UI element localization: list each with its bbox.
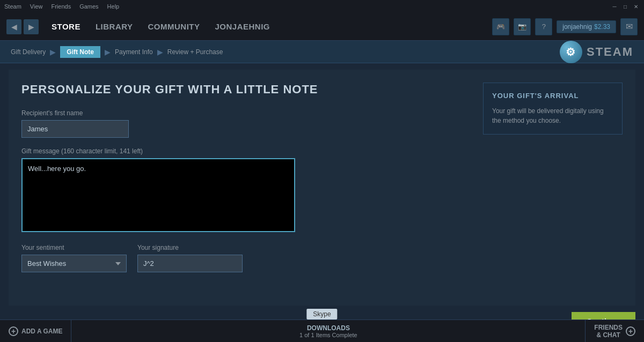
signature-input[interactable] [137,255,243,272]
username-label: jonjaehnig [562,23,592,31]
right-panel: YOUR GIFT'S ARRIVAL Your gift will be de… [483,83,623,293]
window-controls: ─ □ ✕ [611,3,640,10]
breadcrumb-review-purchase[interactable]: Review + Purchase [167,48,223,56]
breadcrumb-bar: Gift Delivery ▶ Gift Note ▶ Payment Info… [0,41,644,63]
breadcrumb-steps: Gift Delivery ▶ Gift Note ▶ Payment Info… [11,46,223,58]
nav-store[interactable]: STORE [45,19,87,34]
recipient-label: Recipient's first name [21,109,470,117]
breadcrumb-payment-info[interactable]: Payment Info [115,48,153,56]
title-bar: Steam View Friends Games Help ─ □ ✕ [0,0,644,13]
breadcrumb-gift-note[interactable]: Gift Note [60,46,100,58]
friends-chat-button[interactable]: FRIENDS& CHAT + [585,320,644,342]
downloads-status: 1 of 1 Items Complete [299,332,357,338]
steam-logo: ⚙ STEAM [560,41,633,63]
downloads-button[interactable]: DOWNLOADS 1 of 1 Items Complete [71,324,585,338]
minimize-button[interactable]: ─ [611,3,618,10]
sentiment-group: Your sentiment Best Wishes Happy Birthda… [21,244,127,272]
message-label: Gift message (160 character limit, 141 l… [21,147,470,155]
menu-steam[interactable]: Steam [4,3,21,10]
maximize-button[interactable]: □ [621,3,629,10]
page-title: PERSONALIZE YOUR GIFT WITH A LITTLE NOTE [21,83,470,96]
arrival-box: YOUR GIFT'S ARRIVAL Your gift will be de… [483,83,623,135]
sentiment-row: Your sentiment Best Wishes Happy Birthda… [21,244,470,272]
add-game-button[interactable]: + ADD A GAME [0,320,71,342]
nav-right: 🎮 📷 ? jonjaehnig $2.33 ✉ [492,18,638,35]
nav-bar: ◀ ▶ STORE LIBRARY COMMUNITY jonjaehnig 🎮… [0,13,644,41]
breadcrumb-arrow-1: ▶ [50,48,56,56]
message-group: Gift message (160 character limit, 141 l… [21,147,470,234]
friends-add-icon: + [626,326,635,336]
signature-label: Your signature [137,244,243,251]
help-icon[interactable]: ? [535,18,552,35]
breadcrumb-arrow-3: ▶ [157,48,163,56]
nav-community[interactable]: COMMUNITY [142,19,207,34]
friends-label: FRIENDS& CHAT [594,324,623,339]
close-button[interactable]: ✕ [632,3,640,10]
breadcrumb-gift-delivery[interactable]: Gift Delivery [11,48,46,56]
steam-logo-text: STEAM [587,45,633,59]
bottom-bar: + ADD A GAME DOWNLOADS 1 of 1 Items Comp… [0,319,644,342]
steam-logo-icon: ⚙ [560,41,582,63]
nav-library[interactable]: LIBRARY [89,19,140,34]
downloads-title: DOWNLOADS [307,324,350,332]
arrival-text: Your gift will be delivered digitally us… [492,106,613,125]
balance-label: $2.33 [594,23,610,31]
skype-tooltip: Skype [306,309,337,319]
signature-group: Your signature [137,244,243,272]
left-panel: PERSONALIZE YOUR GIFT WITH A LITTLE NOTE… [21,83,470,293]
user-button[interactable]: jonjaehnig $2.33 [557,20,616,33]
sentiment-label: Your sentiment [21,244,127,251]
screenshot-icon[interactable]: 📷 [514,18,531,35]
breadcrumb-arrow-2: ▶ [105,48,111,56]
message-textarea[interactable]: Well...here you go. [21,158,295,232]
nav-links: STORE LIBRARY COMMUNITY jonjaehnig [45,19,276,34]
recipient-input[interactable] [21,120,129,138]
controller-icon[interactable]: 🎮 [492,18,509,35]
back-button[interactable]: ◀ [6,19,21,34]
notification-button[interactable]: ✉ [620,18,638,35]
menu-help[interactable]: Help [107,3,120,10]
main-content: PERSONALIZE YOUR GIFT WITH A LITTLE NOTE… [9,70,635,306]
recipient-group: Recipient's first name [21,109,470,138]
forward-button[interactable]: ▶ [24,19,39,34]
menu-games[interactable]: Games [79,3,98,10]
nav-username[interactable]: jonjaehnig [209,19,277,34]
title-bar-menu: Steam View Friends Games Help [4,3,119,10]
arrival-title: YOUR GIFT'S ARRIVAL [492,92,613,100]
menu-view[interactable]: View [30,3,43,10]
sentiment-select[interactable]: Best Wishes Happy Birthday Congratulatio… [21,255,127,272]
add-game-label: ADD A GAME [21,328,62,335]
menu-friends[interactable]: Friends [51,3,71,10]
add-icon: + [9,326,18,336]
